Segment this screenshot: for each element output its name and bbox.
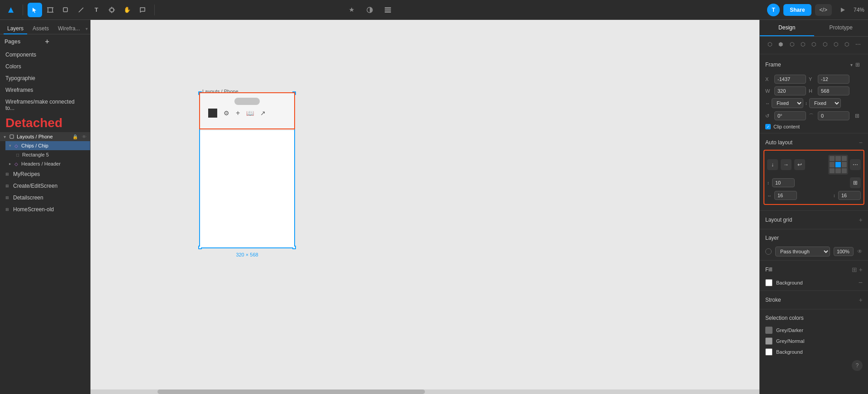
menu-button[interactable] bbox=[4, 3, 18, 17]
tool-components[interactable] bbox=[105, 3, 119, 17]
auto-layout-minus[interactable]: − bbox=[859, 139, 863, 146]
page-item-components[interactable]: Components bbox=[0, 49, 90, 61]
present-button[interactable] bbox=[835, 3, 850, 17]
distribute-v-btn[interactable]: ⬡ bbox=[842, 39, 851, 49]
canvas-scrollbar[interactable] bbox=[91, 389, 759, 394]
tab-wireframe[interactable]: Wirefra... bbox=[54, 24, 84, 34]
w-input[interactable] bbox=[774, 86, 806, 95]
align-top-btn[interactable]: ⬡ bbox=[798, 39, 807, 49]
add-page-button[interactable]: + bbox=[45, 38, 86, 45]
page-item-myrecipes[interactable]: ⊞ MyRecipes bbox=[0, 168, 90, 180]
al-down-btn[interactable]: ↓ bbox=[767, 159, 778, 170]
tool-comment[interactable] bbox=[135, 3, 150, 17]
h-input[interactable] bbox=[818, 86, 849, 95]
code-button[interactable]: </> bbox=[815, 4, 832, 16]
tool-hand[interactable]: ✋ bbox=[120, 3, 134, 17]
tab-assets[interactable]: Assets bbox=[29, 24, 52, 34]
view-settings[interactable] bbox=[381, 3, 395, 17]
resize-icon-btn[interactable]: ⊞ bbox=[853, 60, 863, 70]
page-item-detailscreen[interactable]: ⊞ Detailscreen bbox=[0, 192, 90, 204]
share-button[interactable]: Share bbox=[783, 4, 811, 16]
page-item-wireframes-connected[interactable]: Wireframes/make connected to... bbox=[0, 96, 90, 114]
fill-swatch[interactable] bbox=[765, 279, 773, 286]
corner-expand-btn[interactable]: ⊞ bbox=[852, 111, 862, 121]
fill-settings-btn[interactable]: ⊞ bbox=[852, 266, 857, 273]
tool-text[interactable]: T bbox=[89, 3, 104, 17]
clip-checkbox[interactable]: ✓ bbox=[765, 124, 771, 129]
clip-content-row[interactable]: ✓ Clip content bbox=[760, 122, 868, 131]
page-label-detail: Detailscreen bbox=[13, 195, 43, 201]
main-area: Layers Assets Wirefra... ▾ Pages + Compo… bbox=[0, 20, 868, 394]
al-padding-h-input[interactable] bbox=[774, 191, 797, 200]
tool-select[interactable] bbox=[28, 3, 42, 17]
al-spacing-input[interactable] bbox=[772, 178, 795, 187]
layer-rectangle5[interactable]: □ Rectangle 5 bbox=[5, 150, 90, 159]
w-label: W bbox=[765, 88, 773, 94]
al-grid bbox=[828, 155, 848, 175]
plugins-button[interactable] bbox=[344, 3, 359, 17]
visibility-toggle[interactable]: 👁 bbox=[857, 248, 863, 255]
tab-prototype[interactable]: Prototype bbox=[814, 20, 868, 36]
align-center-h-btn[interactable]: ⬢ bbox=[776, 39, 785, 49]
user-avatar[interactable]: T bbox=[767, 4, 780, 16]
theme-toggle[interactable] bbox=[362, 3, 377, 17]
page-item-layouts-phone[interactable]: ▾ Layouts / Phone 🔒 👁 bbox=[0, 132, 90, 141]
align-left-btn[interactable]: ⬡ bbox=[765, 39, 774, 49]
al-resize-toggle[interactable]: ⊞ bbox=[850, 177, 861, 188]
stroke-add-btn[interactable]: + bbox=[859, 296, 863, 304]
separator-7 bbox=[760, 309, 868, 309]
layer-headers-header[interactable]: ▸ ◇ Headers / Header bbox=[5, 159, 90, 168]
al-wrap-btn[interactable]: ↩ bbox=[794, 159, 805, 170]
right-panel: Design Prototype ⬡ ⬢ ⬡ ⬡ ⬡ ⬡ ⬡ ⬡ ⋯ Frame… bbox=[759, 20, 868, 394]
tool-shape[interactable] bbox=[58, 3, 73, 17]
svg-rect-13 bbox=[385, 9, 391, 10]
frame-section-header[interactable]: Frame ▾ ⊞ bbox=[760, 56, 868, 73]
align-center-v-btn[interactable]: ⬡ bbox=[809, 39, 818, 49]
opacity-input[interactable] bbox=[834, 247, 854, 256]
al-direction-row: ↓ → ↩ ⋯ bbox=[767, 153, 861, 176]
selection-swatch-grey-darker[interactable] bbox=[765, 327, 773, 334]
rotation-icon: ↺ bbox=[765, 113, 773, 119]
align-right-btn[interactable]: ⬡ bbox=[787, 39, 796, 49]
y-input[interactable] bbox=[818, 75, 849, 84]
nav-plus-icon: + bbox=[236, 109, 240, 117]
tool-pen[interactable] bbox=[74, 3, 88, 17]
al-padding-v-input[interactable] bbox=[838, 191, 861, 200]
panel-dropdown-arrow[interactable]: ▾ bbox=[86, 26, 88, 31]
tab-layers[interactable]: Layers bbox=[4, 24, 27, 34]
help-button[interactable]: ? bbox=[852, 360, 863, 371]
layout-grid-add-btn[interactable]: + bbox=[859, 216, 863, 223]
layer-chips-chip[interactable]: ▾ ◇ Chips / Chip bbox=[5, 141, 90, 150]
tab-design[interactable]: Design bbox=[760, 20, 814, 36]
corner-input[interactable] bbox=[818, 111, 849, 120]
al-more-btn[interactable]: ⋯ bbox=[850, 159, 861, 170]
left-panel: Layers Assets Wirefra... ▾ Pages + Compo… bbox=[0, 20, 91, 394]
al-right-btn[interactable]: → bbox=[781, 159, 792, 170]
fixed-w-select[interactable]: FixedHugFill bbox=[772, 98, 803, 108]
canvas-scrollbar-thumb[interactable] bbox=[157, 389, 425, 394]
layout-grid-header[interactable]: Layout grid + bbox=[760, 213, 868, 227]
selection-swatch-background[interactable] bbox=[765, 348, 773, 356]
page-item-createeditscreen[interactable]: ⊞ Create/EditScreen bbox=[0, 180, 90, 192]
blend-mode-select[interactable]: Pass through Normal Multiply bbox=[775, 247, 830, 256]
x-input[interactable] bbox=[774, 75, 806, 84]
fill-add-btn[interactable]: + bbox=[859, 266, 863, 273]
frame-outer[interactable]: ⚙ + 📖 ↗ 320 × 568 bbox=[199, 92, 295, 248]
page-item-colors[interactable]: Colors bbox=[0, 61, 90, 72]
distribute-h-btn[interactable]: ⬡ bbox=[831, 39, 840, 49]
frame-nav-icons: ⚙ + 📖 ↗ bbox=[205, 109, 290, 118]
stroke-header[interactable]: Stroke + bbox=[760, 293, 868, 307]
rotation-input[interactable] bbox=[774, 111, 806, 120]
more-align-btn[interactable]: ⋯ bbox=[854, 39, 863, 49]
align-bottom-btn[interactable]: ⬡ bbox=[820, 39, 830, 49]
tool-frame[interactable] bbox=[43, 3, 57, 17]
canvas[interactable]: Layouts / Phone ⚙ + 📖 ↗ bbox=[91, 20, 759, 394]
al-align-group: ⋯ bbox=[828, 155, 861, 175]
selection-swatch-grey-normal[interactable] bbox=[765, 337, 773, 345]
fixed-h-select[interactable]: FixedHugFill bbox=[809, 98, 841, 108]
page-item-wireframes[interactable]: Wireframes bbox=[0, 84, 90, 96]
corner-group: ⌒ bbox=[809, 111, 849, 121]
page-item-homescreen-old[interactable]: ⊞ HomeScreen-old bbox=[0, 204, 90, 215]
fill-remove-btn[interactable]: − bbox=[858, 279, 863, 287]
page-item-typographie[interactable]: Typographie bbox=[0, 72, 90, 84]
